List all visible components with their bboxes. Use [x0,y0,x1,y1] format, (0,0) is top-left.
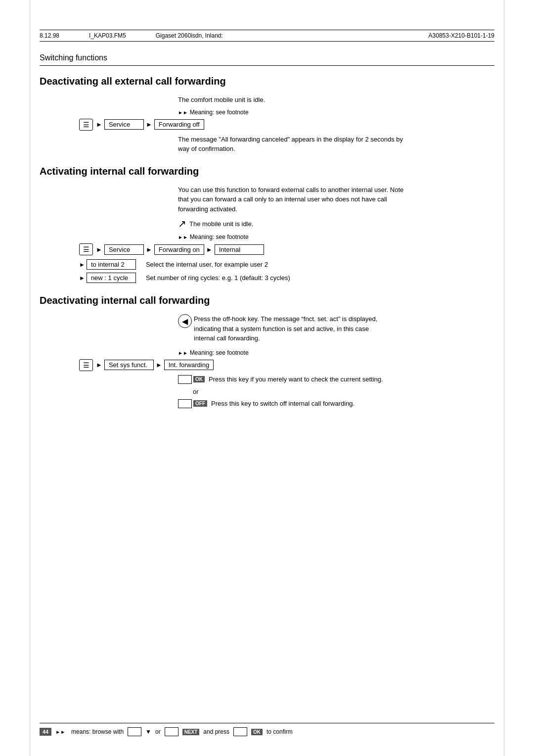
subsection-heading-3: Deactivating internal call forwarding [40,295,494,306]
idle-text-2: The mobile unit is idle. [189,220,253,228]
menu-icon-2: ☰ [79,243,93,255]
footer-and-press: and press [203,728,229,735]
off-key: OFF [178,399,207,408]
idle-text-1: The comfort mobile unit is idle. [178,95,415,105]
step-row-2: ☰ ► Service ► Forwarding on ► Internal [79,243,494,255]
new-cycles-row: ► new : 1 cycle Set number of ring cycle… [79,273,494,283]
service-box-1: Service [104,119,144,130]
off-desc: Press this key to switch off internal ca… [211,399,355,408]
footer-next-label: NEXT [182,729,200,735]
footer-browse-box [128,727,141,736]
meaning-arrow-2 [178,234,188,240]
or-label: or [193,388,494,395]
to-internal-desc: Select the internal user, for example us… [146,261,268,268]
forwarding-off-box: Forwarding off [154,119,204,130]
ok-btn-label: OK [193,376,205,382]
meaning-line-2: Meaning: see footnote [178,234,494,240]
header-ref: A30853-X210-B101-1-19 [429,32,494,39]
section-title: Switching functions [40,53,494,66]
arrow-prefix-2: ► [79,275,85,282]
header-date: 8.12.98 [40,32,59,39]
arrow-prefix-1: ► [79,261,85,268]
to-internal-row: ► to internal 2 Select the internal user… [79,259,494,270]
meaning-line-3: Meaning: see footnote [178,349,494,356]
footer-arrow [55,728,65,735]
subsection-heading-1: Deactivating all external call forwardin… [40,76,494,87]
footer-means: means: browse with [71,728,124,735]
header-file: I_KAP03.FM5 [89,32,126,39]
circle-phone-icon: ◀ [178,314,192,328]
page: 8.12.98 I_KAP03.FM5 Gigaset 2060isdn, In… [0,0,534,756]
ok-btn-box [178,375,192,384]
arrow-4: ► [146,246,152,253]
footer-or: or [155,728,161,735]
meaning-label-1: Meaning: see footnote [190,109,249,116]
left-margin-line [30,0,30,756]
ok-key: OK [178,375,205,384]
page-header: 8.12.98 I_KAP03.FM5 Gigaset 2060isdn, In… [40,30,494,42]
footer-ok-label: OK [251,729,263,735]
header-left: 8.12.98 I_KAP03.FM5 Gigaset 2060isdn, In… [40,32,223,39]
description-2: You can use this function to forward ext… [178,185,415,214]
off-hook-row: ◀ Press the off-hook key. The message “f… [178,314,494,343]
off-btn-box [178,399,192,408]
to-internal-box: to internal 2 [87,259,136,270]
step-row-3: ☰ ► Set sys funct. ► Int. forwarding [79,359,494,371]
arrow-1: ► [96,121,102,128]
new-cycles-desc: Set number of ring cycles: e.g. 1 (defau… [146,274,290,282]
service-box-2: Service [104,244,144,255]
internal-box: Internal [215,244,264,255]
page-footer: 44 means: browse with ▼ or NEXT and pres… [40,723,494,736]
page-number: 44 [40,728,51,736]
footer-to-confirm: to confirm [267,728,293,735]
header-product: Gigaset 2060isdn, Inland: [156,32,223,39]
footer-next-box [165,727,178,736]
menu-icon-1: ☰ [79,119,93,131]
off-row: OFF Press this key to switch off interna… [178,399,494,408]
right-margin-line [504,0,504,756]
arrow-2: ► [146,121,152,128]
arrow-7: ► [156,361,162,369]
phone-idle-icon: ↗ [178,218,186,230]
int-forwarding-box: Int. forwarding [164,360,214,370]
off-btn-label: OFF [193,400,207,407]
footer-down-arrow: ▼ [145,728,151,735]
footer-ok-box [233,727,247,736]
menu-icon-3: ☰ [79,359,93,371]
arrow-3: ► [96,246,102,253]
forwarding-on-box: Forwarding on [154,244,204,255]
arrow-5: ► [206,246,213,253]
ok-desc: Press this key if you merely want to che… [209,375,383,384]
ok-row: OK Press this key if you merely want to … [178,375,494,384]
confirm-text-1: The message "All forwarding canceled" ap… [178,135,415,154]
meaning-label-3: Meaning: see footnote [190,349,249,356]
meaning-line-1: Meaning: see footnote [178,109,494,116]
meaning-label-2: Meaning: see footnote [190,234,249,240]
step-row-1: ☰ ► Service ► Forwarding off [79,119,494,131]
meaning-arrow-1 [178,109,188,116]
set-sys-box: Set sys funct. [104,360,154,370]
off-hook-desc: Press the off-hook key. The message “fnc… [194,314,392,343]
subsection-heading-2: Activating internal call forwarding [40,166,494,177]
meaning-arrow-3 [178,349,188,356]
idle-row-2: ↗ The mobile unit is idle. [178,218,494,230]
new-cycles-box: new : 1 cycle [87,273,136,283]
arrow-6: ► [96,361,102,369]
